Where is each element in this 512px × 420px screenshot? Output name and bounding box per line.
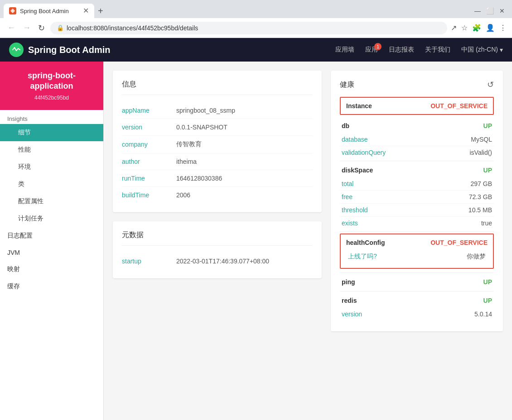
- info-card-title: 信息: [122, 80, 313, 95]
- nav-logs[interactable]: 日志报表: [389, 46, 414, 54]
- health-instance-row: Instance OUT_OF_SERVICE: [340, 97, 494, 115]
- profile-button[interactable]: 👤: [486, 24, 495, 32]
- health-section-healthconfig: healthConfig OUT_OF_SERVICE 上线了吗? 你做梦: [340, 234, 494, 269]
- health-section-ping-header: ping UP: [340, 275, 494, 289]
- share-button[interactable]: ↗: [451, 24, 457, 32]
- address-bar: ← → ↻ 🔒 localhost:8080/instances/44f452b…: [0, 18, 512, 38]
- health-section-ping: ping UP: [340, 275, 494, 289]
- health-instance-label: Instance: [346, 102, 372, 110]
- health-header: 健康 ↺: [340, 80, 494, 90]
- health-section-db: db UP database MySQL validationQuery isV…: [340, 119, 494, 159]
- left-panel: 信息 appName springboot_08_ssmp version 0.…: [113, 71, 322, 411]
- forward-button[interactable]: →: [21, 21, 33, 34]
- app-logo: Spring Boot Admin: [9, 43, 110, 57]
- insights-section-label: Insights: [0, 110, 103, 124]
- divider: [340, 161, 494, 161]
- info-row-version: version 0.0.1-SNAPSHOT: [122, 119, 313, 136]
- health-detail-database: database MySQL: [340, 133, 494, 146]
- address-actions: ↗ ☆ 🧩 👤 ⋮: [451, 24, 507, 32]
- metadata-row-startup: startup 2022-03-01T17:46:39.077+08:00: [122, 253, 313, 269]
- divider4: [340, 291, 494, 291]
- health-detail-validationquery: validationQuery isValid(): [340, 146, 494, 159]
- health-section-diskspace-header: diskSpace UP: [340, 163, 494, 177]
- divider2: [340, 231, 494, 232]
- restore-button[interactable]: ⬜: [486, 7, 494, 14]
- health-detail-free: free 72.3 GB: [340, 191, 494, 204]
- info-row-author: author itheima: [122, 153, 313, 170]
- svg-point-0: [12, 10, 14, 12]
- chevron-down-icon: ▾: [500, 46, 503, 53]
- health-detail-redis-version: version 5.0.14: [340, 308, 494, 320]
- health-section-db-header: db UP: [340, 119, 494, 133]
- health-section-healthconfig-header: healthConfig OUT_OF_SERVICE: [346, 239, 488, 246]
- info-row-appname: appName springboot_08_ssmp: [122, 102, 313, 119]
- sidebar-item-config-props[interactable]: 配置属性: [0, 193, 103, 210]
- right-panel: 健康 ↺ Instance OUT_OF_SERVICE db UP datab…: [331, 71, 503, 411]
- tab-title: Spring Boot Admin: [20, 8, 69, 14]
- browser-chrome: Spring Boot Admin ✕ + — ⬜ ✕ ← → ↻ 🔒 loca…: [0, 0, 512, 38]
- info-row-company: company 传智教育: [122, 136, 313, 153]
- metadata-card: 元数据 startup 2022-03-01T17:46:39.077+08:0…: [113, 221, 322, 278]
- health-title: 健康: [340, 80, 354, 90]
- language-selector[interactable]: 中国 (zh-CN) ▾: [461, 46, 503, 54]
- instance-name: spring-boot-application: [7, 71, 96, 92]
- divider3: [340, 272, 494, 273]
- health-detail-threshold: threshold 10.5 MB: [340, 204, 494, 217]
- info-row-buildtime: buildTime 2006: [122, 187, 313, 203]
- menu-button[interactable]: ⋮: [499, 24, 507, 32]
- instance-header: spring-boot-application 44f452bc95bd: [0, 62, 103, 110]
- nav-about[interactable]: 关于我们: [425, 46, 450, 54]
- health-card: 健康 ↺ Instance OUT_OF_SERVICE db UP datab…: [331, 71, 503, 331]
- logo-icon: [9, 43, 24, 57]
- info-row-runtime: runTime 1646128030386: [122, 170, 313, 187]
- metadata-card-title: 元数据: [122, 230, 313, 246]
- instance-id: 44f452bc95bd: [7, 95, 96, 101]
- app-header: Spring Boot Admin 应用墙 应用 1 日志报表 关于我们 中国 …: [0, 38, 512, 62]
- browser-tab[interactable]: Spring Boot Admin ✕: [4, 4, 94, 18]
- health-section-redis-header: redis UP: [340, 293, 494, 308]
- url-input[interactable]: 🔒 localhost:8080/instances/44f452bc95bd/…: [50, 22, 447, 34]
- sidebar-item-classes[interactable]: 类: [0, 176, 103, 193]
- bookmark-button[interactable]: ☆: [461, 24, 468, 32]
- health-instance-status: OUT_OF_SERVICE: [430, 102, 488, 110]
- window-controls: — ⬜ ✕: [474, 7, 512, 14]
- url-text: localhost:8080/instances/44f452bc95bd/de…: [67, 24, 198, 32]
- new-tab-button[interactable]: +: [94, 6, 107, 16]
- refresh-button[interactable]: ↻: [36, 21, 47, 35]
- extension-button[interactable]: 🧩: [472, 24, 481, 32]
- info-rows: appName springboot_08_ssmp version 0.0.1…: [122, 102, 313, 203]
- app-nav: 应用墙 应用 1 日志报表 关于我们 中国 (zh-CN) ▾: [335, 46, 503, 54]
- close-window-button[interactable]: ✕: [499, 7, 505, 14]
- health-detail-exists: exists true: [340, 217, 494, 229]
- health-refresh-button[interactable]: ↺: [487, 80, 494, 90]
- app-title: Spring Boot Admin: [28, 45, 110, 55]
- tab-close-button[interactable]: ✕: [83, 7, 89, 14]
- minimize-button[interactable]: —: [474, 7, 481, 14]
- sidebar-item-jvm[interactable]: JVM: [0, 244, 103, 261]
- sidebar: spring-boot-application 44f452bc95bd Ins…: [0, 62, 104, 420]
- main-content: 信息 appName springboot_08_ssmp version 0.…: [104, 62, 512, 420]
- app-body: spring-boot-application 44f452bc95bd Ins…: [0, 62, 512, 420]
- sidebar-item-environment[interactable]: 环境: [0, 158, 103, 176]
- sidebar-item-performance[interactable]: 性能: [0, 141, 103, 158]
- health-detail-total: total 297 GB: [340, 177, 494, 191]
- tab-favicon: [9, 7, 16, 14]
- sidebar-item-cache[interactable]: 缓存: [0, 278, 103, 295]
- ssl-icon: 🔒: [57, 24, 64, 31]
- health-detail-online: 上线了吗? 你做梦: [346, 250, 488, 263]
- health-section-diskspace: diskSpace UP total 297 GB free 72.3 GB t…: [340, 163, 494, 229]
- tab-bar: Spring Boot Admin ✕ + — ⬜ ✕: [0, 0, 512, 18]
- sidebar-item-details[interactable]: 细节: [0, 124, 103, 141]
- sidebar-item-log-config[interactable]: 日志配置: [0, 227, 103, 244]
- nav-app-wall[interactable]: 应用墙: [335, 46, 354, 54]
- back-button[interactable]: ←: [5, 21, 17, 34]
- sidebar-item-scheduled-tasks[interactable]: 计划任务: [0, 210, 103, 227]
- sidebar-item-mappings[interactable]: 映射: [0, 261, 103, 278]
- apps-badge: 1: [374, 43, 382, 50]
- nav-apps[interactable]: 应用 1: [365, 46, 378, 54]
- health-section-redis: redis UP version 5.0.14: [340, 293, 494, 320]
- info-card: 信息 appName springboot_08_ssmp version 0.…: [113, 71, 322, 212]
